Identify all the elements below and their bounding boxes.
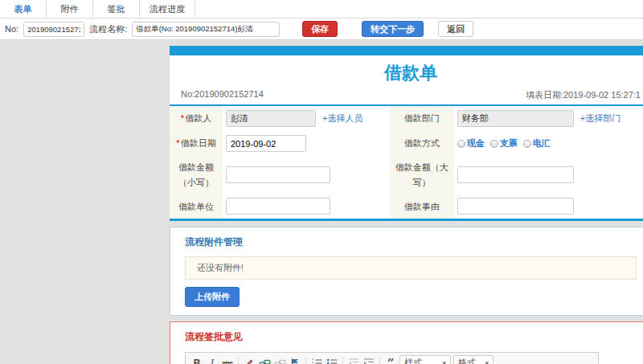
loan-date-label: *借款日期 bbox=[170, 131, 223, 156]
table-row: *借款日期 借款方式 现金 支票 bbox=[170, 131, 643, 156]
amount-upper-input[interactable] bbox=[457, 166, 574, 183]
select-department-link[interactable]: +选择部门 bbox=[580, 113, 620, 123]
next-step-button[interactable]: 转交下一步 bbox=[362, 21, 424, 37]
toolbar-separator bbox=[342, 357, 343, 364]
borrower-field-cell: +选择人员 bbox=[223, 106, 390, 131]
table-row: 借款单位 借款事由 bbox=[170, 194, 643, 219]
radio-icon[interactable] bbox=[490, 140, 498, 148]
required-marker: * bbox=[181, 113, 184, 123]
attachments-panel: 流程附件管理 还没有附件! 上传附件 bbox=[170, 227, 643, 316]
divider bbox=[170, 219, 643, 221]
remove-format-icon[interactable] bbox=[243, 356, 256, 364]
no-input[interactable] bbox=[23, 22, 84, 37]
process-name-label: 流程名称: bbox=[89, 23, 127, 35]
amount-lower-label: 借款金额（小写） bbox=[170, 156, 223, 194]
radio-icon[interactable] bbox=[523, 140, 531, 148]
ordered-list-icon[interactable] bbox=[310, 356, 323, 364]
fill-date-text: 填表日期:2019-09-02 15:27:1 bbox=[526, 89, 641, 101]
tab-bar: 表单 附件 签批 流程进度 bbox=[0, 0, 643, 18]
required-marker: * bbox=[176, 138, 179, 148]
department-input[interactable] bbox=[457, 110, 574, 127]
unit-field-cell bbox=[223, 194, 390, 219]
loan-form-panel: 借款单 No:20190902152714 填表日期:2019-09-02 15… bbox=[170, 46, 643, 221]
no-attachments-notice: 还没有附件! bbox=[185, 256, 637, 280]
styles-dropdown[interactable]: 样式 ▾ bbox=[399, 355, 451, 364]
process-name-input[interactable] bbox=[132, 22, 280, 37]
no-label: No: bbox=[5, 24, 18, 34]
tab-form[interactable]: 表单 bbox=[0, 0, 47, 18]
tab-approval[interactable]: 签批 bbox=[93, 0, 140, 18]
approval-heading: 流程签批意见 bbox=[185, 330, 637, 344]
chevron-down-icon: ▾ bbox=[442, 359, 446, 364]
action-bar: No: 流程名称: 保存 转交下一步 返回 bbox=[0, 18, 643, 40]
anchor-flag-icon[interactable] bbox=[289, 356, 301, 364]
reason-label: 借款事由 bbox=[390, 194, 454, 219]
blockquote-icon[interactable]: ” bbox=[384, 356, 397, 364]
radio-icon[interactable] bbox=[457, 140, 465, 148]
outdent-icon[interactable] bbox=[347, 356, 360, 364]
amount-upper-field-cell bbox=[454, 156, 643, 194]
link-icon[interactable] bbox=[258, 356, 271, 364]
method-field-cell: 现金 支票 电汇 bbox=[454, 131, 643, 156]
format-dropdown[interactable]: 格式 ▾ bbox=[453, 355, 494, 364]
editor-toolbar: B I abc bbox=[186, 353, 598, 364]
radio-check[interactable]: 支票 bbox=[490, 137, 518, 149]
radio-wire[interactable]: 电汇 bbox=[523, 137, 551, 149]
tab-progress[interactable]: 流程进度 bbox=[140, 0, 195, 18]
page-title: 借款单 bbox=[170, 55, 643, 89]
approval-panel: 流程签批意见 B I abc bbox=[170, 321, 643, 364]
strikethrough-icon[interactable]: abc bbox=[221, 356, 234, 364]
italic-icon[interactable]: I bbox=[206, 356, 219, 364]
borrower-label: *借款人 bbox=[170, 106, 223, 131]
upload-attachment-button[interactable]: 上传附件 bbox=[185, 287, 240, 307]
unlink-icon[interactable] bbox=[273, 356, 286, 364]
department-field-cell: +选择部门 bbox=[454, 106, 643, 131]
chevron-down-icon: ▾ bbox=[485, 359, 489, 364]
toolbar-separator bbox=[305, 357, 306, 364]
amount-upper-label: 借款金额（大写） bbox=[390, 156, 454, 194]
unit-input[interactable] bbox=[226, 198, 330, 215]
table-row: *借款人 +选择人员 借款部门 +选择部门 bbox=[170, 106, 643, 131]
amount-lower-field-cell bbox=[223, 156, 390, 194]
radio-cash[interactable]: 现金 bbox=[457, 137, 485, 149]
loan-date-field-cell bbox=[223, 131, 390, 156]
form-meta-row: No:20190902152714 填表日期:2019-09-02 15:27:… bbox=[170, 89, 643, 104]
main-content: 借款单 No:20190902152714 填表日期:2019-09-02 15… bbox=[170, 46, 643, 364]
borrower-input[interactable] bbox=[226, 110, 316, 127]
amount-lower-input[interactable] bbox=[226, 166, 330, 183]
toolbar-separator bbox=[379, 357, 380, 364]
loan-date-input[interactable] bbox=[226, 135, 306, 152]
back-button[interactable]: 返回 bbox=[438, 21, 473, 37]
rich-text-editor: B I abc bbox=[185, 352, 599, 364]
reason-input[interactable] bbox=[457, 198, 574, 215]
save-button[interactable]: 保存 bbox=[302, 21, 338, 37]
reason-field-cell bbox=[454, 194, 643, 219]
table-row: 借款金额（小写） 借款金额（大写） bbox=[170, 156, 643, 194]
bold-icon[interactable]: B bbox=[190, 356, 203, 364]
attachments-heading: 流程附件管理 bbox=[185, 235, 637, 249]
form-no-text: No:20190902152714 bbox=[181, 89, 264, 101]
select-person-link[interactable]: +选择人员 bbox=[322, 113, 362, 123]
department-label: 借款部门 bbox=[390, 106, 454, 131]
panel-accent-bar bbox=[170, 46, 643, 55]
bullet-list-icon[interactable] bbox=[326, 356, 338, 364]
indent-icon[interactable] bbox=[362, 356, 375, 364]
method-label: 借款方式 bbox=[390, 131, 454, 156]
unit-label: 借款单位 bbox=[170, 194, 223, 219]
toolbar-separator bbox=[238, 357, 239, 364]
tab-attachments[interactable]: 附件 bbox=[47, 0, 93, 18]
loan-form-table: *借款人 +选择人员 借款部门 +选择部门 *借款日期 bbox=[170, 106, 643, 219]
